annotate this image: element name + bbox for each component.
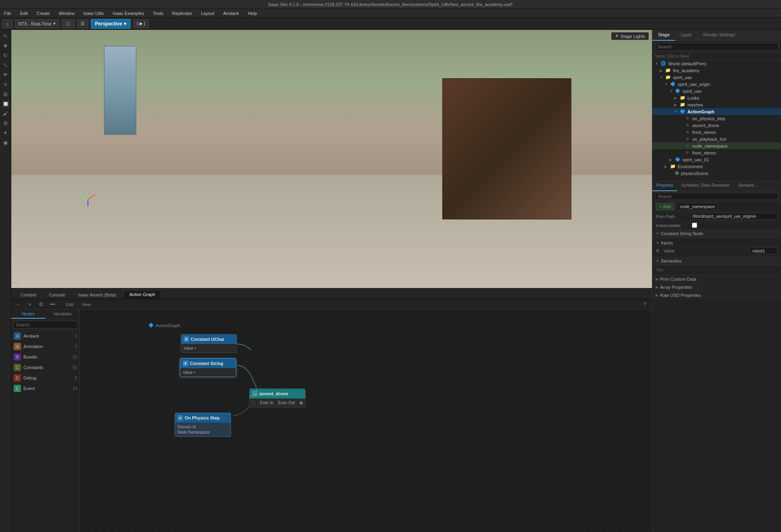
ag-add-btn[interactable]: + [26, 300, 34, 309]
exec-out-port [300, 401, 303, 405]
menu-create[interactable]: Create [35, 10, 52, 17]
palette-count-constants: 56 [73, 365, 77, 370]
palette-item-debug[interactable]: D Debug 5 [11, 373, 79, 383]
menu-isaac-utils[interactable]: Isaac Utils [82, 10, 106, 17]
prop-add-button[interactable]: + Add [656, 203, 675, 210]
prop-tab-property[interactable]: Property [652, 181, 677, 191]
menu-layout[interactable]: Layout [199, 10, 216, 17]
tree-item-on-physics-step[interactable]: ◾ on_physics_step [652, 115, 781, 122]
palette-item-constants[interactable]: C Constants 56 [11, 362, 79, 373]
instanceable-checkbox[interactable] [692, 223, 697, 228]
prop-row-add: + Add node_namespace [652, 202, 781, 212]
tree-item-environment[interactable]: ▶ 📁 Environment [652, 163, 781, 170]
value-input[interactable] [750, 247, 778, 255]
tree-icon-meshes: 📁 [680, 102, 685, 107]
stage-tab-render[interactable]: Render Settings [698, 30, 741, 41]
menu-edit[interactable]: Edit [19, 10, 29, 17]
ag-back-btn[interactable]: ← [15, 300, 23, 309]
section-semantics[interactable]: ▼ Semantics [652, 257, 781, 265]
palette-tab-variables[interactable]: Variables [46, 310, 80, 319]
tab-isaac-assets[interactable]: Isaac Assets (Beta) [72, 290, 123, 299]
stage-lights-btn[interactable]: ☀ Stage Lights [611, 32, 649, 40]
sidebar-camera-icon[interactable]: 👁 [1, 70, 10, 79]
node-constant-uchar-title: Constant UChar [191, 337, 225, 342]
ag-more-btn[interactable]: ••• [48, 300, 56, 309]
menu-help[interactable]: Help [246, 10, 259, 17]
palette-icon-debug: D [14, 374, 21, 382]
tree-item-looks[interactable]: ▶ 📁 Looks [652, 94, 781, 101]
palette-item-animation[interactable]: A Animation 2 [11, 341, 79, 352]
stage-tab-stage[interactable]: Stage [652, 30, 675, 41]
tree-label-environment: Environment [678, 164, 703, 169]
tree-item-actiongraph[interactable]: ▼ 🔷 ActionGraph [652, 108, 781, 115]
ag-edit-tab[interactable]: Edit [63, 301, 76, 308]
camera-btn[interactable]: 🎥 [62, 19, 75, 28]
sidebar-layers-icon[interactable]: ≡ [1, 80, 10, 89]
tree-item-meshes[interactable]: ▶ 📁 meshes [652, 101, 781, 108]
menu-file[interactable]: File [2, 10, 13, 17]
tree-item-node-namespace[interactable]: ◾ node_namespace [652, 142, 781, 149]
toolbar-home-btn[interactable]: ⌂ [2, 19, 12, 28]
sidebar-select-icon[interactable]: ↖ [1, 31, 10, 40]
menu-window[interactable]: Window [57, 10, 76, 17]
sidebar-brush-icon[interactable]: 🖌 [1, 109, 10, 118]
prop-tab-synthetic-data[interactable]: Synthetic Data Recorder [677, 181, 734, 191]
section-array-properties[interactable]: ▶ Array Properties [652, 283, 781, 291]
ag-help-btn[interactable]: ? [641, 300, 649, 309]
viewport-scene [11, 30, 652, 288]
tree-item-world[interactable]: ▼ 🌐 World (defaultPrim) [652, 60, 781, 67]
palette-item-airstack[interactable]: A Airstack 1 [11, 331, 79, 341]
rtx-dropdown[interactable]: RTX - Real-Time ▾ [15, 19, 59, 28]
ag-settings-btn[interactable]: ⚙ [37, 300, 45, 309]
tree-item-front-stereo[interactable]: ◾ front_stereo [652, 129, 781, 136]
display-btn[interactable]: ☰ [77, 19, 88, 28]
sidebar-snapping-icon[interactable]: 🔲 [1, 99, 10, 108]
palette-label-event: Event [23, 386, 35, 391]
tab-action-graph[interactable]: Action Graph [123, 290, 161, 299]
palette-item-bundle[interactable]: B Bundle 15 [11, 352, 79, 362]
section-prim-custom-data[interactable]: ▶ Prim Custom Data [652, 275, 781, 283]
node-constant-uchar[interactable]: X Constant UChar Value • [181, 334, 237, 353]
node-ascent-drone[interactable]: 🚁 ascent_drone Exec In Exec Out [249, 388, 306, 407]
ag-view-tab[interactable]: View [79, 301, 94, 308]
tree-item-physics-scene[interactable]: ⚙ physicsScene [652, 170, 781, 177]
palette-item-event[interactable]: E Event 14 [11, 383, 79, 394]
sidebar-rotate-icon[interactable]: ↻ [1, 51, 10, 60]
node-on-physics-step[interactable]: ⚡ On Physics Step Domain Id Node Namespa… [175, 413, 231, 437]
section-raw-usd-properties[interactable]: ▶ Raw USD Properties [652, 291, 781, 299]
sidebar-graph-icon[interactable]: ◉ [1, 138, 10, 147]
tab-console[interactable]: Console [43, 290, 71, 299]
graph-canvas[interactable]: 🔷 ActionGraph X Constant UChar Value • [80, 310, 652, 532]
palette-search-input[interactable] [13, 321, 78, 329]
tree-item-spirit-uav[interactable]: ▼ 📁 spirit_uav [652, 74, 781, 81]
palette-tab-nodes[interactable]: Nodes [11, 310, 46, 319]
play-pause-btn[interactable]: ( ▶ ) [133, 19, 149, 28]
sidebar-scale-icon[interactable]: ⤡ [1, 61, 10, 69]
viewport[interactable]: ☀ Stage Lights X Y Z m [11, 30, 652, 288]
tree-icon-looks: 📁 [680, 95, 685, 100]
node-constant-string[interactable]: X Constant String Value • [180, 358, 236, 377]
stage-search-input[interactable] [655, 43, 779, 51]
tree-item-on-playback-tick[interactable]: ◾ on_playback_tick [652, 136, 781, 142]
sidebar-particle-icon[interactable]: ✦ [1, 128, 10, 137]
stage-tab-layer[interactable]: Layer [675, 30, 698, 41]
sidebar-physics-icon[interactable]: ⚙ [1, 119, 10, 127]
tree-item-spirit-uav-inner[interactable]: ▼ 🔷 spirit_uav [652, 88, 781, 94]
tree-item-ascent-drone[interactable]: ◾ ascent_drone [652, 122, 781, 129]
property-search-input[interactable] [655, 193, 779, 200]
tree-item-front-stereo2[interactable]: ◾ front_stereo [652, 149, 781, 156]
tree-item-spirit-uav-01[interactable]: ▶ 🔷 spirit_uav_01 [652, 156, 781, 163]
section-constant-string-node[interactable]: ▼ Constant String Node [652, 229, 781, 238]
tree-item-spirit-uav-origin[interactable]: ▼ 🔷 spirit_uav_origin [652, 81, 781, 88]
perspective-btn[interactable]: Perspective ▾ [91, 19, 131, 29]
node-ascent-drone-title: ascent_drone [259, 391, 288, 396]
menu-tools[interactable]: Tools [151, 10, 165, 17]
menu-replicator[interactable]: Replicator [171, 10, 194, 17]
sidebar-grid-icon[interactable]: ⊞ [1, 90, 10, 98]
menu-airstack[interactable]: Airstack [222, 10, 241, 17]
menu-isaac-examples[interactable]: Isaac Examples [111, 10, 146, 17]
sidebar-move-icon[interactable]: ✥ [1, 41, 10, 50]
prop-tab-semanti[interactable]: Semanti... [733, 181, 762, 191]
tab-content[interactable]: Content [15, 290, 42, 299]
tree-item-fire-academy[interactable]: ▶ 📁 fire_academy [652, 67, 781, 74]
